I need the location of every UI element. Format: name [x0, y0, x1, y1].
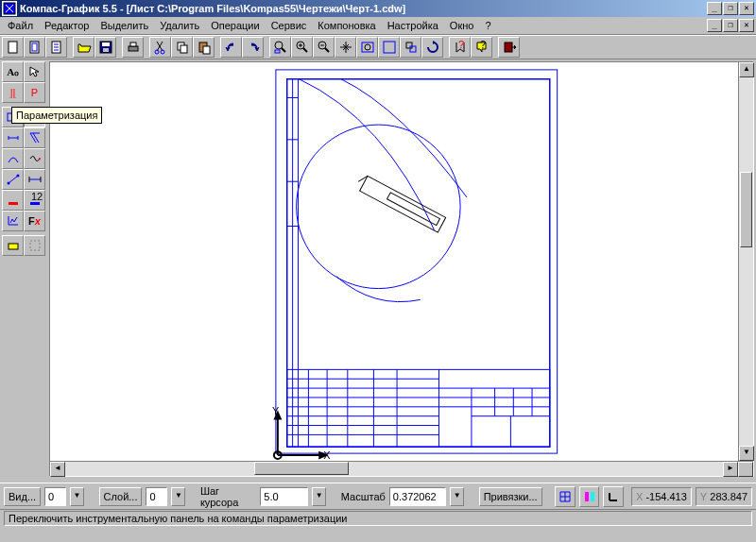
new-sheet-button[interactable] [24, 37, 45, 58]
svg-rect-71 [585, 492, 589, 501]
lcs-button[interactable] [603, 486, 624, 507]
svg-text:?: ? [480, 40, 486, 50]
redo-button[interactable] [242, 37, 264, 58]
scroll-right-button[interactable]: ► [723, 462, 738, 477]
tool-ext-b[interactable] [24, 235, 45, 256]
cursor-step-dropdown[interactable]: ▼ [312, 487, 326, 506]
cursor-step-label: Шаг курсора [200, 485, 256, 508]
help-button[interactable]: ? [449, 37, 471, 58]
axis-x-label: X [323, 449, 330, 461]
tool-chart[interactable] [2, 211, 24, 231]
open-button[interactable] [73, 37, 94, 58]
close-button[interactable]: ✕ [739, 2, 754, 15]
svg-rect-27 [505, 42, 512, 52]
cursor-step-input[interactable]: 5.0 [260, 487, 308, 506]
svg-text:?: ? [458, 40, 464, 50]
print-button[interactable] [122, 37, 144, 58]
menu-select[interactable]: Выделить [94, 18, 154, 33]
layer-button[interactable]: Слой... [99, 487, 143, 506]
tool-stop[interactable]: || [2, 82, 24, 103]
zoom-all-button[interactable] [378, 37, 400, 58]
refresh-button[interactable] [421, 37, 443, 58]
tool-dims[interactable] [2, 127, 24, 148]
maximize-button[interactable]: ❐ [723, 2, 738, 15]
coord-y: Y 283.847 [696, 487, 752, 506]
scale-dropdown[interactable]: ▼ [450, 487, 464, 506]
tool-curve[interactable] [24, 148, 45, 169]
main-toolbar: ? ? [0, 35, 756, 59]
tool-arc[interactable] [2, 148, 24, 169]
pan-button[interactable] [335, 37, 356, 58]
mdi-minimize-button[interactable]: _ [707, 19, 722, 32]
svg-rect-7 [103, 48, 109, 52]
menu-window[interactable]: Окно [444, 18, 480, 33]
view-value[interactable]: 0 [44, 487, 66, 506]
tool-point[interactable] [2, 169, 24, 190]
menu-layout[interactable]: Компоновка [312, 18, 381, 33]
menu-editor[interactable]: Редактор [39, 18, 94, 33]
mdi-restore-button[interactable]: ❐ [723, 19, 738, 32]
svg-point-31 [16, 175, 19, 178]
layer-dropdown[interactable]: ▼ [171, 487, 185, 506]
scrollbar-vertical[interactable]: ▲ ▼ [738, 62, 753, 461]
scroll-left-button[interactable]: ◄ [50, 462, 65, 477]
tool-fx[interactable]: Fx [24, 211, 45, 231]
layer-value[interactable]: 0 [146, 487, 167, 506]
copy-button[interactable] [171, 37, 193, 58]
tool-ext-a[interactable] [2, 235, 24, 256]
save-button[interactable] [94, 37, 116, 58]
new-fragment-button[interactable] [45, 37, 67, 58]
undo-button[interactable] [220, 37, 242, 58]
scroll-thumb-v[interactable] [740, 172, 752, 247]
svg-rect-22 [384, 42, 395, 53]
tool-measure[interactable] [24, 169, 45, 190]
exit-button[interactable] [498, 37, 520, 58]
zoom-out-button[interactable] [313, 37, 335, 58]
scroll-thumb-h[interactable] [254, 462, 349, 475]
svg-rect-9 [130, 42, 136, 46]
menu-delete[interactable]: Удалить [154, 18, 205, 33]
svg-rect-1 [9, 42, 17, 53]
svg-point-21 [365, 44, 370, 50]
grid-toggle-button[interactable] [555, 486, 576, 507]
new-button[interactable] [2, 37, 24, 58]
svg-rect-33 [30, 202, 40, 205]
zoom-window-button[interactable] [269, 37, 291, 58]
zoom-in-button[interactable] [291, 37, 313, 58]
svg-rect-17 [275, 50, 280, 53]
menu-help[interactable]: ? [479, 18, 496, 33]
ortho-toggle-button[interactable] [579, 486, 600, 507]
scale-input[interactable]: 0.372062 [389, 487, 446, 506]
paste-button[interactable] [193, 37, 215, 58]
svg-point-30 [7, 182, 9, 185]
tool-cursor[interactable] [24, 61, 45, 82]
scroll-up-button[interactable]: ▲ [739, 62, 754, 77]
menu-file[interactable]: Файл [2, 18, 39, 33]
minimize-button[interactable]: _ [707, 2, 722, 15]
drawing-svg: Y X [50, 62, 753, 461]
zoom-prev-button[interactable] [400, 37, 421, 58]
svg-rect-65 [360, 176, 446, 232]
coord-x: X -154.413 [631, 487, 692, 506]
cut-button[interactable] [149, 37, 171, 58]
drawing-canvas[interactable]: Y X ▲ ▼ ◄ ► [49, 61, 754, 477]
zoom-fit-button[interactable] [356, 37, 378, 58]
tool-blue[interactable]: 12 [24, 190, 45, 211]
snap-button[interactable]: Привязки... [479, 487, 542, 506]
tool-red[interactable] [2, 190, 24, 211]
scrollbar-horizontal[interactable]: ◄ ► [50, 461, 753, 476]
context-help-button[interactable]: ? [471, 37, 492, 58]
view-dropdown[interactable]: ▼ [70, 487, 84, 506]
tool-text-a[interactable]: A₀ [2, 61, 24, 82]
tool-run[interactable]: Р [24, 82, 45, 103]
tool-hatch[interactable] [24, 127, 45, 148]
view-button[interactable]: Вид... [4, 487, 41, 506]
menu-service[interactable]: Сервис [266, 18, 313, 33]
axis-y-label: Y [272, 405, 279, 416]
scroll-down-button[interactable]: ▼ [739, 446, 754, 461]
mdi-close-button[interactable]: ✕ [739, 19, 754, 32]
menu-operations[interactable]: Операции [205, 18, 265, 33]
svg-rect-35 [9, 244, 18, 249]
scale-label: Масштаб [341, 491, 386, 502]
menu-settings[interactable]: Настройка [382, 18, 444, 33]
